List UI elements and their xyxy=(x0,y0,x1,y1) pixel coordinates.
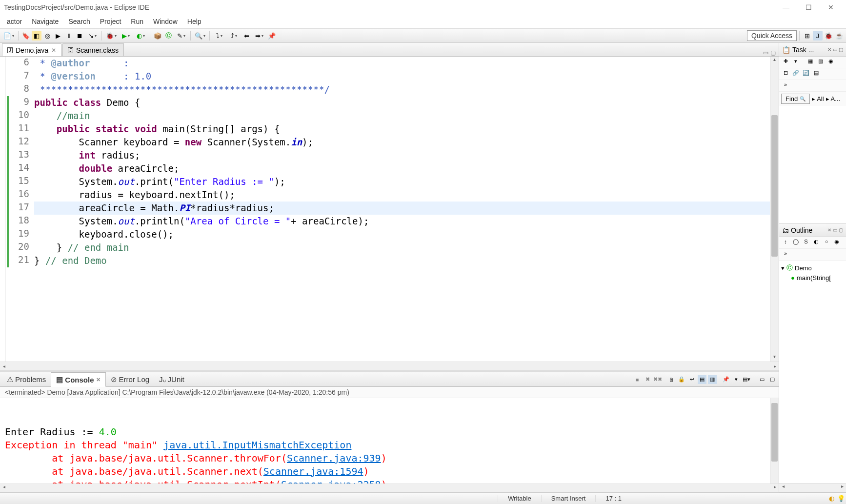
next-annotation-button[interactable]: ⤵ xyxy=(212,31,226,40)
menu-actor[interactable]: actor xyxy=(2,16,27,27)
task-list[interactable] xyxy=(779,106,846,223)
coverage-button[interactable]: ◐ xyxy=(134,31,147,40)
bottom-tab-problems[interactable]: ⚠ Problems xyxy=(2,373,51,386)
all-filter-button[interactable]: ▸ All xyxy=(812,95,824,102)
debug-perspective-button[interactable]: 🐞 xyxy=(824,31,833,40)
terminate-button[interactable]: ⏹ xyxy=(75,31,84,40)
open-type-button[interactable]: ✎ xyxy=(174,31,188,40)
toggle-breadcrumb-button[interactable]: ◧ xyxy=(32,31,41,40)
focus-task-button[interactable]: ◉ xyxy=(826,58,835,67)
open-console-button[interactable]: ▤▾ xyxy=(742,375,751,384)
close-console-icon[interactable]: ✕ xyxy=(96,377,101,383)
activate-filter-button[interactable]: ▸ A... xyxy=(826,95,840,102)
outline-max-icon[interactable]: ▢ xyxy=(839,227,843,233)
schedule-button[interactable]: ▧ xyxy=(816,58,825,67)
minimize-view-icon[interactable]: ▭ xyxy=(763,49,768,56)
menu-window[interactable]: Window xyxy=(148,16,182,27)
editor-tab-scanner-class[interactable]: 🄹Scanner.class xyxy=(62,43,124,56)
editor-vertical-scrollbar[interactable]: ▴ ▾ xyxy=(770,57,779,362)
java-perspective-button[interactable]: J xyxy=(813,31,823,40)
outline-view-header[interactable]: 🗂 Outline ✕ ▭ ▢ xyxy=(779,223,846,237)
link-button[interactable]: 🔗 xyxy=(791,70,800,79)
pin-button[interactable]: 📌 xyxy=(267,31,277,40)
code-editor[interactable]: * @author : * @version : 1.0 ***********… xyxy=(33,57,770,362)
menu-run[interactable]: Run xyxy=(126,16,148,27)
word-wrap-button[interactable]: ↩ xyxy=(687,375,696,384)
hide-non-public-button[interactable]: ◐ xyxy=(812,239,821,247)
maximize-bottom-icon[interactable]: ▢ xyxy=(768,375,777,384)
bottom-tab-junit[interactable]: Jᵤ JUnit xyxy=(154,373,189,386)
close-button[interactable]: ✕ xyxy=(820,0,842,15)
clear-console-button[interactable]: 🗎 xyxy=(667,375,676,384)
find-button[interactable]: Find🔍 xyxy=(781,94,810,104)
status-tip-icon[interactable]: 💡 xyxy=(836,495,846,502)
menu-project[interactable]: Project xyxy=(95,16,126,27)
filter-button[interactable]: ▤ xyxy=(812,70,821,79)
sync-button[interactable]: 🔄 xyxy=(802,70,810,79)
collapse-all-button[interactable]: ⊟ xyxy=(781,70,790,79)
task-dd-button[interactable]: ▾ xyxy=(791,58,800,67)
maximize-view-icon[interactable]: ▢ xyxy=(770,49,776,56)
outline-horizontal-scrollbar[interactable]: ◂ ▸ xyxy=(779,483,846,492)
bottom-tab-console[interactable]: ▤ Console ✕ xyxy=(51,372,105,387)
folding-bar[interactable] xyxy=(6,57,13,362)
outline-chevron-icon[interactable]: » xyxy=(781,250,790,259)
menu-search[interactable]: Search xyxy=(63,16,95,27)
run-button[interactable]: ▶ xyxy=(119,31,133,40)
menu-help[interactable]: Help xyxy=(182,16,206,27)
outline-close-icon[interactable]: ✕ xyxy=(827,227,831,233)
minimize-button[interactable]: — xyxy=(775,0,797,15)
outline-method-node[interactable]: ● main(String[ xyxy=(781,273,844,282)
open-task-button[interactable]: 🔖 xyxy=(21,31,31,40)
new-button[interactable]: 📄 xyxy=(2,31,16,40)
show-console-output-button[interactable]: ▤ xyxy=(698,375,706,384)
scroll-lock-button[interactable]: 🔒 xyxy=(677,375,686,384)
status-build-icon[interactable]: ◐ xyxy=(826,495,836,502)
terminate-relaunch-button[interactable]: ■ xyxy=(633,375,642,384)
expand-chevron-icon[interactable]: » xyxy=(781,81,790,90)
outline-min-icon[interactable]: ▭ xyxy=(833,227,837,233)
perspective-open-button[interactable]: ⊞ xyxy=(802,31,812,40)
resume-button[interactable]: ▶ xyxy=(53,31,63,40)
task-max-icon[interactable]: ▢ xyxy=(839,47,843,52)
editor-tab-demo-java[interactable]: 🄹Demo.java✕ xyxy=(2,43,61,56)
bottom-tab-error-log[interactable]: ⊘ Error Log xyxy=(106,373,155,386)
close-tab-icon[interactable]: ✕ xyxy=(51,47,56,54)
minimize-bottom-icon[interactable]: ▭ xyxy=(758,375,766,384)
remove-all-button[interactable]: ✖✖ xyxy=(653,375,662,384)
team-perspective-button[interactable]: ☕ xyxy=(834,31,844,40)
back-button[interactable]: ⬅ xyxy=(242,31,251,40)
editor-horizontal-scrollbar[interactable]: ◂▸ xyxy=(0,362,779,370)
menu-navigate[interactable]: Navigate xyxy=(27,16,63,27)
new-class-button[interactable]: Ⓒ xyxy=(163,31,173,40)
maximize-button[interactable]: ☐ xyxy=(797,0,820,15)
skip-breakpoints-button[interactable]: ◎ xyxy=(42,31,52,40)
show-console-error-button[interactable]: ▥ xyxy=(708,375,717,384)
task-view-header[interactable]: 📋 Task ... ✕ ▭ ▢ xyxy=(779,43,846,57)
console-vertical-scrollbar[interactable] xyxy=(770,398,779,484)
display-selected-console-button[interactable]: ▾ xyxy=(732,375,741,384)
new-package-button[interactable]: 📦 xyxy=(153,31,162,40)
editor-area[interactable]: 6789101112131415161718192021 * @author :… xyxy=(0,57,779,362)
sort-button[interactable]: ↕ xyxy=(781,239,790,247)
prev-annotation-button[interactable]: ⤴ xyxy=(227,31,241,40)
console-output[interactable]: Enter Radius := 4.0Exception in thread "… xyxy=(0,398,779,484)
focus-button[interactable]: ◉ xyxy=(832,239,841,247)
pin-console-button[interactable]: 📌 xyxy=(722,375,730,384)
outline-class-node[interactable]: ▾ Ⓒ Demo xyxy=(781,262,844,273)
debug-button[interactable]: 🐞 xyxy=(104,31,118,40)
scrollbar-thumb[interactable] xyxy=(771,115,778,257)
remove-launch-button[interactable]: ✖ xyxy=(643,375,652,384)
suspend-button[interactable]: ⏸ xyxy=(64,31,74,40)
task-close-icon[interactable]: ✕ xyxy=(827,47,831,52)
hide-fields-button[interactable]: ◯ xyxy=(791,239,800,247)
outline-tree[interactable]: ▾ Ⓒ Demo ● main(String[ xyxy=(779,261,846,483)
quick-access-field[interactable]: Quick Access xyxy=(747,30,797,41)
hide-local-button[interactable]: ○ xyxy=(822,239,831,247)
task-min-icon[interactable]: ▭ xyxy=(833,47,837,52)
console-horizontal-scrollbar[interactable]: ◂ ▸ xyxy=(0,484,779,492)
step-button[interactable]: ↘ xyxy=(85,31,99,40)
forward-button[interactable]: ➡ xyxy=(252,31,266,40)
categorize-button[interactable]: ▦ xyxy=(806,58,815,67)
search-button[interactable]: 🔍 xyxy=(193,31,207,40)
